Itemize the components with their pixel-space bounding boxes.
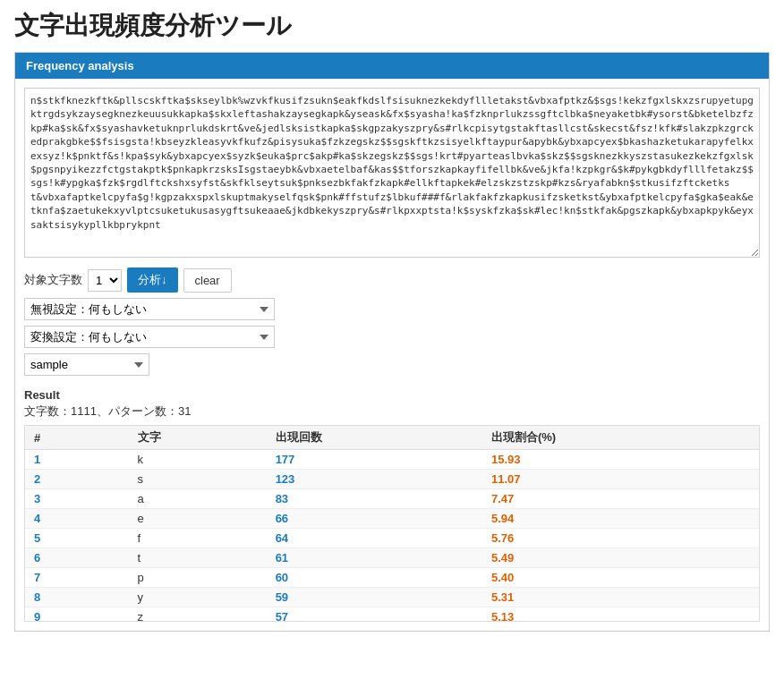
analyze-button[interactable]: 分析↓: [127, 267, 178, 293]
cell-pct: 7.47: [482, 489, 759, 509]
col-pct: 出現割合(%): [482, 426, 759, 450]
result-label: Result: [24, 388, 760, 402]
clear-button[interactable]: clear: [183, 268, 232, 293]
table-row: 3a837.47: [25, 489, 759, 509]
table-row: 9z575.13: [25, 607, 759, 623]
cell-count: 57: [267, 607, 482, 623]
cell-char: z: [129, 607, 267, 623]
table-row: 6t615.49: [25, 548, 759, 568]
table-row: 2s12311.07: [25, 470, 759, 489]
col-char: 文字: [129, 426, 267, 450]
ignore-setting-select[interactable]: 無視設定：何もしない: [24, 298, 275, 320]
cell-count: 177: [267, 450, 482, 470]
table-row: 8y595.31: [25, 588, 759, 607]
panel-body: 対象文字数 1 2 3 分析↓ clear 無視設定：何もしない 変換設定：何も…: [15, 79, 769, 631]
cell-pct: 5.40: [482, 568, 759, 588]
cell-pct: 5.13: [482, 607, 759, 623]
cell-count: 64: [267, 529, 482, 548]
cell-count: 59: [267, 588, 482, 607]
page-title: 文字出現頻度分析ツール: [14, 9, 770, 43]
table-row: 5f645.76: [25, 529, 759, 548]
controls-row: 対象文字数 1 2 3 分析↓ clear: [24, 267, 760, 293]
cell-rank: 2: [25, 470, 129, 489]
table-row: 7p605.40: [25, 568, 759, 588]
cell-char: y: [129, 588, 267, 607]
sample-row: sample: [24, 353, 760, 376]
convert-setting-select[interactable]: 変換設定：何もしない: [24, 326, 275, 348]
cell-count: 61: [267, 548, 482, 568]
cell-rank: 4: [25, 509, 129, 529]
cell-char: f: [129, 529, 267, 548]
cell-rank: 1: [25, 450, 129, 470]
result-summary: 文字数：1111、パターン数：31: [24, 403, 760, 420]
cell-rank: 7: [25, 568, 129, 588]
result-table-header: # 文字 出現回数 出現割合(%): [25, 426, 759, 450]
col-count: 出現回数: [267, 426, 482, 450]
cell-char: p: [129, 568, 267, 588]
cell-pct: 5.31: [482, 588, 759, 607]
cell-char: t: [129, 548, 267, 568]
target-char-label: 対象文字数: [24, 272, 82, 288]
cell-rank: 9: [25, 607, 129, 623]
result-table: # 文字 出現回数 出現割合(%) 1k17715.932s12311.073a…: [25, 426, 759, 622]
cell-rank: 5: [25, 529, 129, 548]
convert-setting-row: 変換設定：何もしない: [24, 326, 760, 348]
result-section: Result 文字数：1111、パターン数：31 # 文字 出現回数 出現割合(…: [24, 388, 760, 622]
target-char-select[interactable]: 1 2 3: [88, 269, 122, 292]
cell-char: a: [129, 489, 267, 509]
result-table-wrapper[interactable]: # 文字 出現回数 出現割合(%) 1k17715.932s12311.073a…: [24, 425, 760, 622]
cell-rank: 3: [25, 489, 129, 509]
cell-pct: 5.76: [482, 529, 759, 548]
cell-char: e: [129, 509, 267, 529]
frequency-panel: Frequency analysis 対象文字数 1 2 3 分析↓ clear…: [14, 52, 770, 632]
table-row: 1k17715.93: [25, 450, 759, 470]
cell-count: 123: [267, 470, 482, 489]
sample-select[interactable]: sample: [24, 353, 149, 376]
cell-count: 66: [267, 509, 482, 529]
table-row: 4e665.94: [25, 509, 759, 529]
cell-pct: 5.94: [482, 509, 759, 529]
cell-count: 83: [267, 489, 482, 509]
cell-pct: 5.49: [482, 548, 759, 568]
cell-count: 60: [267, 568, 482, 588]
result-tbody: 1k17715.932s12311.073a837.474e665.945f64…: [25, 450, 759, 623]
input-textarea[interactable]: [24, 88, 760, 258]
ignore-setting-row: 無視設定：何もしない: [24, 298, 760, 320]
cell-pct: 11.07: [482, 470, 759, 489]
panel-header: Frequency analysis: [15, 53, 769, 79]
cell-pct: 15.93: [482, 450, 759, 470]
col-rank: #: [25, 426, 129, 450]
cell-char: s: [129, 470, 267, 489]
cell-rank: 8: [25, 588, 129, 607]
cell-rank: 6: [25, 548, 129, 568]
cell-char: k: [129, 450, 267, 470]
